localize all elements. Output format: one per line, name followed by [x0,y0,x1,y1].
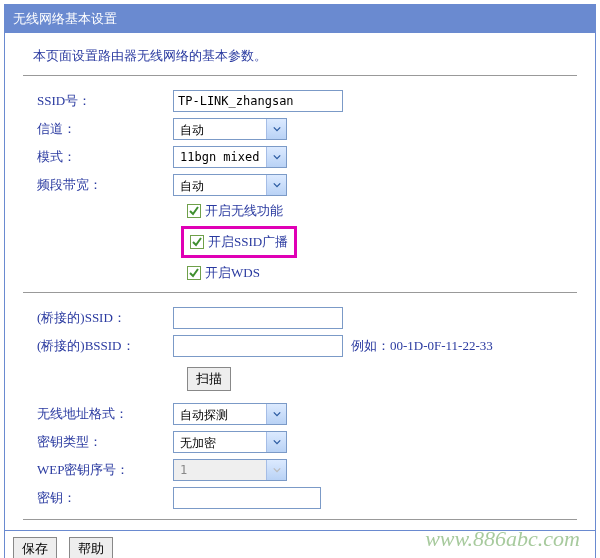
row-channel: 信道： 自动 [23,118,577,140]
wireless-basic-panel: 无线网络基本设置 本页面设置路由器无线网络的基本参数。 SSID号： 信道： 自… [4,4,596,531]
addr-fmt-select[interactable]: 自动探测 [173,403,287,425]
chevron-down-icon [266,432,286,452]
divider [23,75,577,76]
panel-intro: 本页面设置路由器无线网络的基本参数。 [33,47,577,65]
label-enable-ssid-broadcast: 开启SSID广播 [208,233,288,251]
checkmark-icon [187,266,201,280]
chevron-down-icon [266,147,286,167]
row-wep-index: WEP密钥序号： 1 [23,459,577,481]
footer-buttons: 保存 帮助 [4,531,596,558]
channel-select[interactable]: 自动 [173,118,287,140]
label-wep-index: WEP密钥序号： [23,461,173,479]
panel-body: 本页面设置路由器无线网络的基本参数。 SSID号： 信道： 自动 模式： 11b… [5,33,595,530]
bssid-hint: 例如：00-1D-0F-11-22-33 [351,337,493,355]
label-mode: 模式： [23,148,173,166]
row-bridge-bssid: (桥接的)BSSID： 例如：00-1D-0F-11-22-33 [23,335,577,357]
row-enc-type: 密钥类型： 无加密 [23,431,577,453]
chevron-down-icon [266,175,286,195]
label-enc-type: 密钥类型： [23,433,173,451]
checkbox-enable-wireless[interactable]: 开启无线功能 [187,202,577,220]
help-button[interactable]: 帮助 [69,537,113,558]
row-mode: 模式： 11bgn mixed [23,146,577,168]
chevron-down-icon [266,119,286,139]
label-enable-wireless: 开启无线功能 [205,202,283,220]
save-button[interactable]: 保存 [13,537,57,558]
chevron-down-icon [266,460,286,480]
row-key: 密钥： [23,487,577,509]
bridge-ssid-input[interactable] [173,307,343,329]
checkbox-enable-ssid-broadcast[interactable]: 开启SSID广播 [181,226,297,258]
key-input[interactable] [173,487,321,509]
label-bridge-ssid: (桥接的)SSID： [23,309,173,327]
mode-select[interactable]: 11bgn mixed [173,146,287,168]
scan-button[interactable]: 扫描 [187,367,231,391]
bandwidth-select[interactable]: 自动 [173,174,287,196]
checkbox-enable-wds[interactable]: 开启WDS [187,264,577,282]
label-enable-wds: 开启WDS [205,264,260,282]
row-bandwidth: 频段带宽： 自动 [23,174,577,196]
label-addr-fmt: 无线地址格式： [23,405,173,423]
label-bandwidth: 频段带宽： [23,176,173,194]
panel-title: 无线网络基本设置 [5,5,595,33]
divider [23,519,577,520]
label-key: 密钥： [23,489,173,507]
row-bridge-ssid: (桥接的)SSID： [23,307,577,329]
label-bridge-bssid: (桥接的)BSSID： [23,337,173,355]
row-addr-fmt: 无线地址格式： 自动探测 [23,403,577,425]
row-ssid: SSID号： [23,90,577,112]
checkmark-icon [187,204,201,218]
enc-type-select[interactable]: 无加密 [173,431,287,453]
ssid-input[interactable] [173,90,343,112]
label-channel: 信道： [23,120,173,138]
divider [23,292,577,293]
chevron-down-icon [266,404,286,424]
wep-index-select: 1 [173,459,287,481]
checkmark-icon [190,235,204,249]
bridge-bssid-input[interactable] [173,335,343,357]
label-ssid: SSID号： [23,92,173,110]
